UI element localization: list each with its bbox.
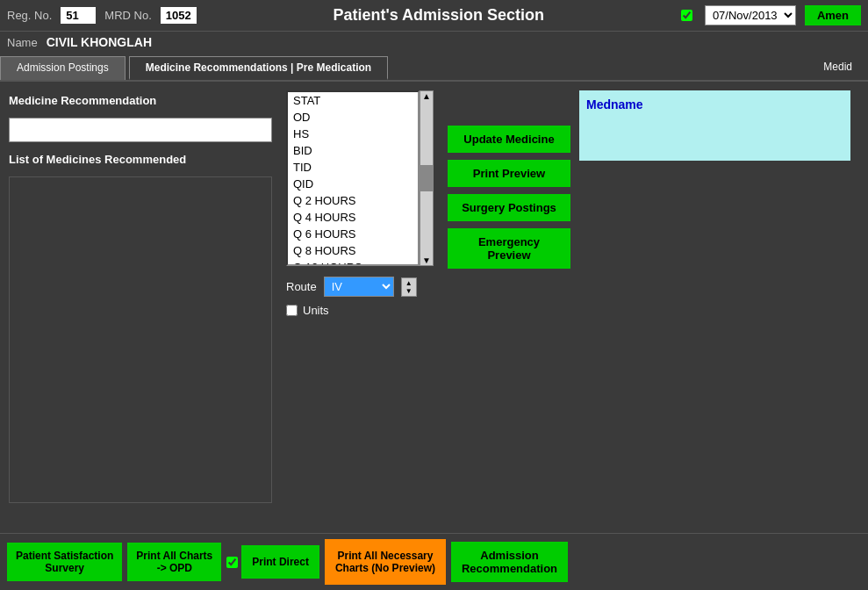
freq-item-stat[interactable]: STAT	[288, 92, 418, 109]
freq-item-tid[interactable]: TID	[288, 159, 418, 176]
emergency-preview-button[interactable]: Emergency Preview	[448, 228, 570, 269]
medname-area: Medname	[579, 82, 868, 512]
frequency-row: STAT OD HS BID TID QID Q 2 HOURS Q 4 HOU…	[286, 90, 434, 266]
scroll-thumb	[420, 165, 433, 191]
header: Reg. No. 51 MRD No. 1052 Patient's Admis…	[0, 0, 868, 32]
freq-item-q12[interactable]: Q 12 HOURS	[288, 259, 418, 266]
mrd-value: 1052	[161, 7, 197, 24]
print-direct-wrap: Print Direct	[226, 545, 319, 579]
freq-item-hs[interactable]: HS	[288, 126, 418, 142]
surgery-postings-button[interactable]: Surgery Postings	[448, 194, 570, 221]
units-label: Units	[303, 304, 329, 317]
tab-bar: Admission Postings Medicine Recommendati…	[0, 53, 868, 82]
list-of-medicines-label: List of Medicines Recommended	[9, 149, 272, 169]
date-checkbox[interactable]	[681, 10, 692, 21]
units-row: Units	[286, 304, 434, 317]
frequency-listbox[interactable]: STAT OD HS BID TID QID Q 2 HOURS Q 4 HOU…	[286, 90, 420, 266]
reg-label: Reg. No.	[7, 9, 52, 22]
route-row: Route IV PO IM SC ▲ ▼	[286, 277, 434, 297]
freq-item-q4[interactable]: Q 4 HOURS	[288, 209, 418, 226]
name-label: Name	[7, 36, 38, 49]
freq-item-q6[interactable]: Q 6 HOURS	[288, 226, 418, 242]
date-select[interactable]: 07/Nov/2013	[705, 5, 796, 25]
update-medicine-button[interactable]: Update Medicine	[448, 126, 570, 153]
route-spinner[interactable]: ▲ ▼	[401, 277, 417, 297]
action-buttons: Update Medicine Print Preview Surgery Po…	[439, 82, 579, 512]
patient-name: CIVIL KHONGLAH	[47, 35, 152, 49]
reg-value: 51	[61, 7, 96, 24]
route-label: Route	[286, 280, 317, 293]
tab-admission-postings[interactable]: Admission Postings	[0, 56, 126, 80]
bottom-bar: Patient Satisfaction Survery Print All C…	[0, 533, 868, 590]
scroll-up-icon[interactable]: ▲	[422, 91, 431, 101]
tab-medid: Medid	[807, 56, 868, 80]
freq-item-qid[interactable]: QID	[288, 176, 418, 192]
page-title: Patient's Admission Section	[205, 6, 672, 25]
medicine-input[interactable]	[9, 118, 272, 142]
medname-panel: Medname	[579, 90, 850, 161]
print-direct-button[interactable]: Print Direct	[241, 545, 319, 579]
left-panel: Medicine Recommendation List of Medicine…	[0, 82, 281, 512]
units-checkbox[interactable]	[286, 305, 298, 316]
admission-recommendation-button[interactable]: Admission Recommendation	[451, 542, 568, 582]
route-select[interactable]: IV PO IM SC	[324, 277, 394, 297]
print-all-charts-button[interactable]: Print All Charts -> OPD	[127, 543, 221, 581]
freq-item-od[interactable]: OD	[288, 109, 418, 126]
freq-item-bid[interactable]: BID	[288, 142, 418, 159]
medicine-list-area	[9, 176, 272, 503]
mid-panel: STAT OD HS BID TID QID Q 2 HOURS Q 4 HOU…	[281, 82, 439, 512]
print-preview-button[interactable]: Print Preview	[448, 160, 570, 187]
amen-button[interactable]: Amen	[805, 5, 861, 25]
medname-title: Medname	[586, 97, 643, 112]
mrd-label: MRD No.	[104, 9, 151, 22]
scroll-down-icon[interactable]: ▼	[422, 255, 431, 265]
print-direct-checkbox[interactable]	[226, 557, 238, 568]
freq-item-q8[interactable]: Q 8 HOURS	[288, 242, 418, 259]
tab-medicine-recommendations[interactable]: Medicine Recommendations | Pre Medicatio…	[129, 56, 388, 80]
listbox-scrollbar[interactable]: ▲ ▼	[420, 90, 434, 266]
patient-satisfaction-button[interactable]: Patient Satisfaction Survery	[7, 543, 122, 581]
print-all-necessary-button[interactable]: Print All Necessary Charts (No Preview)	[325, 539, 446, 585]
medicine-recommendation-label: Medicine Recommendation	[9, 90, 272, 111]
freq-item-q2[interactable]: Q 2 HOURS	[288, 192, 418, 209]
